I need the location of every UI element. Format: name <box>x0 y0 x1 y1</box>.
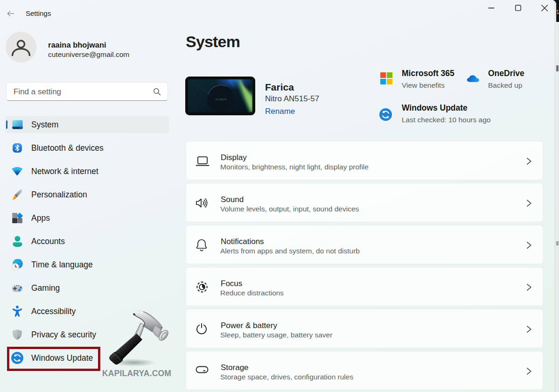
svg-text:PLANETS: PLANETS <box>216 98 227 101</box>
